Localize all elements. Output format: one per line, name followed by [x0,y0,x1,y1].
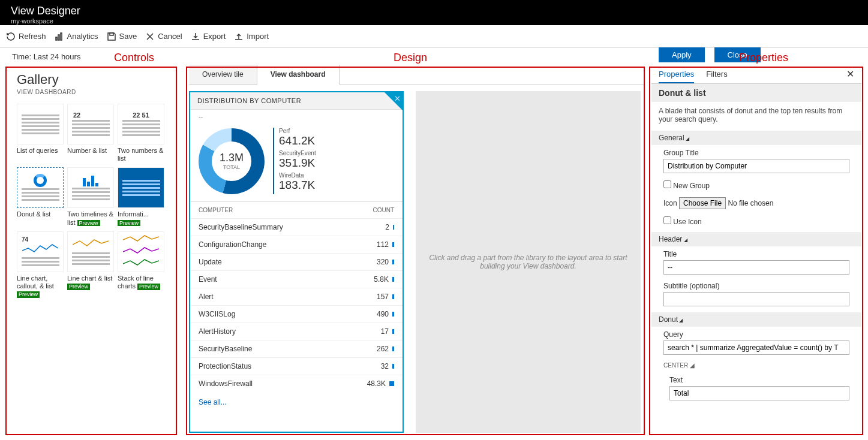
layout-drop-area[interactable]: Click and drag a part from the library t… [416,91,641,433]
analytics-button[interactable]: Analytics [55,32,98,41]
refresh-icon [6,32,16,41]
refresh-button[interactable]: Refresh [6,32,46,41]
input-header-subtitle[interactable] [663,292,849,306]
see-all-link[interactable]: See all... [190,392,403,412]
workspace-name: my-workspace [11,17,857,25]
save-icon [107,32,116,41]
import-button[interactable]: Import [234,32,269,41]
legend-name: SecurityEvent [279,150,316,156]
gallery-item[interactable]: Stack of line charts Preview [118,231,164,299]
table-row[interactable]: SecurityBaseline262 [190,340,403,357]
table-row[interactable]: Alert157 [190,288,403,305]
section-donut[interactable]: Donut [651,312,861,327]
gallery-item-label: Number & list [67,147,114,155]
label-use-icon: Use Icon [673,218,701,226]
row-count: 112 [377,240,389,249]
row-name: ProtectionStatus [199,362,251,370]
tile-title: DISTRIBUTION BY COMPUTER [197,97,301,104]
input-header-title[interactable] [663,260,849,275]
gallery-item-label: List of queries [17,147,64,155]
gallery-subtitle: VIEW DASHBOARD [17,89,170,95]
tab-view-dashboard[interactable]: View dashboard [257,65,340,85]
donut-center-value: 1.3M [220,152,244,164]
label-header-subtitle: Subtitle (optional) [663,282,849,290]
gallery-item[interactable]: Two timelines & list Preview [67,167,114,226]
table-row[interactable]: AlertHistory17 [190,323,403,340]
gallery-item-label: Donut & list [17,210,64,218]
gallery-item[interactable]: 22Number & list [67,104,114,162]
props-title: Donut & list [651,84,861,102]
input-query[interactable] [663,340,849,355]
close-icon[interactable]: ✕ [394,94,401,103]
checkbox-new-group[interactable] [663,180,671,188]
table-row[interactable]: SecurityBaselineSummary2 [190,218,403,236]
svg-rect-0 [56,37,57,40]
input-center-text[interactable] [669,386,849,400]
section-header[interactable]: Header [651,232,861,246]
gallery-item-label: Informati... Preview [118,210,164,226]
table-row[interactable]: W3CIISLog490 [190,305,403,323]
gallery-item-label: Line chart, callout, & list Preview [17,275,64,299]
col-computer: COMPUTER [199,207,233,213]
donut-tile[interactable]: ✕ DISTRIBUTION BY COMPUTER -- 1.3M TOTAL… [189,91,404,433]
gallery-item-label: Two timelines & list Preview [67,210,114,226]
gallery-item[interactable]: Donut & list [17,167,64,226]
donut-center-label: TOTAL [223,164,240,170]
gallery-grid: List of queries 22Number & list 22 51Two… [17,104,170,298]
table-row[interactable]: Event5.8K [190,270,403,288]
tile-subtitle: -- [190,110,403,120]
gallery-item[interactable]: List of queries [17,104,64,162]
label-query: Query [663,330,849,339]
table-row[interactable]: ConfigurationChange112 [190,236,403,253]
gallery-item-label: Line chart & list Preview [67,275,114,290]
label-icon: Icon [663,199,677,207]
section-center[interactable]: CENTER [663,362,688,369]
row-name: SecurityBaselineSummary [199,223,283,231]
legend-value: 641.2K [279,134,316,147]
design-tabs: Overview tile View dashboard [189,65,644,85]
svg-rect-2 [61,33,62,40]
table-row[interactable]: ProtectionStatus32 [190,357,403,375]
svg-rect-1 [58,35,59,40]
props-buttons: Apply Close [651,45,861,65]
close-button[interactable]: Close [714,47,761,62]
tile-table: COMPUTER COUNT SecurityBaselineSummary2C… [190,201,403,412]
gallery-item-label: Two numbers & list [118,147,164,162]
gallery-item[interactable]: Informati... Preview [118,167,164,226]
app-title: View Designer [11,5,857,17]
import-icon [234,32,244,41]
row-count: 2 [385,223,389,231]
cancel-button[interactable]: Cancel [145,32,182,41]
gallery-item[interactable]: 74Line chart, callout, & list Preview [17,231,64,299]
choose-file-button[interactable]: Choose File [679,197,726,209]
save-button[interactable]: Save [107,32,137,41]
gallery-title: Gallery [17,72,170,88]
row-count: 5.8K [374,275,389,284]
input-group-title[interactable] [663,159,849,173]
row-count: 157 [377,293,389,301]
row-name: Event [199,275,217,284]
checkbox-use-icon[interactable] [663,216,671,224]
legend-value: 183.7K [279,179,316,192]
properties-panel: Properties Filters ✕ Donut & list A blad… [651,65,861,417]
gallery-item[interactable]: 22 51Two numbers & list [118,104,164,162]
label-group-title: Group Title [663,149,849,157]
apply-button[interactable]: Apply [659,47,705,62]
table-row[interactable]: Update320 [190,253,403,270]
props-desc: A blade that consists of donut and the t… [651,102,861,128]
gallery-item[interactable]: Line chart & list Preview [67,231,114,299]
tab-overview-tile[interactable]: Overview tile [189,65,257,85]
table-row[interactable]: WindowsFirewall48.3K [190,375,403,392]
row-name: Update [199,258,222,266]
close-properties-icon[interactable]: ✕ [846,68,854,80]
export-icon [191,32,200,41]
tile-corner: ✕ [385,92,403,110]
export-button[interactable]: Export [191,32,226,41]
row-count: 490 [377,310,389,318]
section-general[interactable]: General [651,131,861,145]
analytics-icon [55,32,64,41]
tab-filters[interactable]: Filters [706,70,727,83]
donut-chart: 1.3M TOTAL [199,128,265,194]
time-range-label[interactable]: Time: Last 24 hours [12,52,80,61]
tab-properties[interactable]: Properties [659,70,694,83]
